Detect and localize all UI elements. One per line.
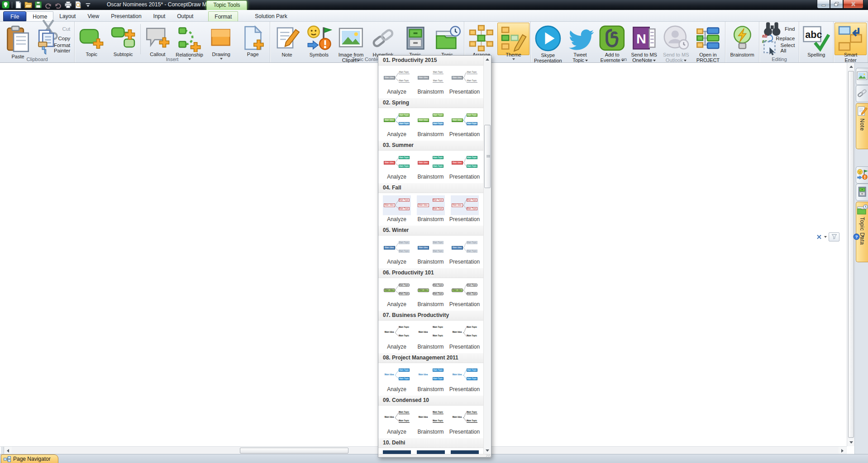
- theme-variant-label: Presentation: [449, 131, 480, 137]
- theme-option-09-condensed-10-analyze[interactable]: Main IdeaMain TopicMain Topic: [383, 408, 411, 428]
- theme-variant-label: Presentation: [449, 174, 480, 180]
- theme-section-08-project-management-2011: 08. Project Management 2011Main IdeaMain…: [378, 353, 483, 396]
- theme-option-07-business-productivity-presentation[interactable]: Main IdeaMain TopicMain Topic: [451, 323, 479, 343]
- theme-option-03-summer-analyze[interactable]: Main IdeaMain TopicMain Topic: [383, 153, 411, 173]
- theme-option-06-productivity-101-presentation[interactable]: Main IdeaMain TopicMain Topic: [451, 280, 479, 300]
- ribbon-button-tweet-topic[interactable]: Tweet Topic: [564, 23, 596, 55]
- theme-option-10-delhi-analyze[interactable]: Main IdeaMain TopicMain Topic: [383, 450, 411, 454]
- theme-section-header: 08. Project Management 2011: [378, 353, 483, 363]
- theme-option-10-delhi-brainstorm[interactable]: Main IdeaMain TopicMain Topic: [417, 450, 445, 454]
- ribbon-button-symbols[interactable]: Symbols: [303, 23, 335, 55]
- theme-option-04-fall-presentation[interactable]: Main IdeaMain TopicMain Topic: [451, 195, 479, 215]
- theme-menu-resize-bar[interactable]: [378, 454, 491, 457]
- close-button[interactable]: [843, 0, 863, 9]
- ribbon-button-send-to-ms-onenote[interactable]: NSend to MS OneNote: [628, 23, 660, 55]
- open-icon[interactable]: [24, 1, 32, 9]
- button-label: Find: [785, 26, 795, 32]
- scroll-left-arrow[interactable]: [4, 447, 12, 454]
- save-icon[interactable]: [34, 1, 42, 9]
- theme-option-05-winter-presentation[interactable]: Main IdeaMain TopicMain Topic: [451, 238, 479, 258]
- new-document-icon[interactable]: [14, 1, 22, 9]
- tab-solution-park[interactable]: Solution Park: [249, 11, 293, 21]
- page-navigator-tab[interactable]: Page Navigator: [1, 454, 58, 463]
- theme-menu-scroll-thumb[interactable]: [484, 125, 491, 188]
- ribbon-button-topic-data[interactable]: Topic Data: [431, 23, 463, 55]
- tab-view[interactable]: View: [81, 11, 105, 21]
- undo-icon[interactable]: [44, 1, 52, 9]
- ribbon-button-brainstorm[interactable]: Brainstorm: [726, 23, 758, 55]
- close-map-icon[interactable]: [816, 234, 822, 240]
- theme-option-01-productivity-2015-analyze[interactable]: Main IdeaMain TopicMain Topic: [383, 68, 411, 88]
- theme-option-09-condensed-10-brainstorm[interactable]: Main IdeaMain TopicMain Topic: [417, 408, 445, 428]
- theme-option-01-productivity-2015-brainstorm[interactable]: Main IdeaMain TopicMain Topic: [417, 68, 445, 88]
- theme-option-08-project-management-2011-presentation[interactable]: Main IdeaMain TopicMain Topic: [451, 365, 479, 385]
- help-icon[interactable]: ?: [853, 233, 860, 240]
- theme-option-10-delhi-presentation[interactable]: Main IdeaMain TopicMain Topic: [451, 450, 479, 454]
- restore-button[interactable]: [830, 0, 843, 9]
- print-icon[interactable]: [64, 1, 72, 9]
- theme-section-header: 09. Condensed 10: [378, 396, 483, 406]
- ribbon-button-topic-types[interactable]: Topic Types: [399, 23, 431, 55]
- ribbon-button-format-painter[interactable]: Format Painter: [35, 43, 73, 52]
- ribbon-button-skype-presentation[interactable]: Skype Presentation: [532, 23, 564, 55]
- theme-variant-label: Presentation: [449, 259, 480, 265]
- ribbon-button-image-from-clipart[interactable]: Image from Clipart: [335, 23, 367, 55]
- theme-option-05-winter-analyze[interactable]: Main IdeaMain TopicMain Topic: [383, 238, 411, 258]
- mini-main-idea-box: Main Idea: [418, 161, 429, 165]
- theme-menu-scroll-up[interactable]: [484, 56, 491, 63]
- theme-option-03-summer-presentation[interactable]: Main IdeaMain TopicMain Topic: [451, 153, 479, 173]
- filter-button[interactable]: [829, 232, 839, 241]
- theme-option-04-fall-analyze[interactable]: Main IdeaMain TopicMain Topic: [383, 195, 411, 215]
- theme-option-05-winter-brainstorm[interactable]: Main IdeaMain TopicMain Topic: [417, 238, 445, 258]
- ribbon-button-relationship[interactable]: Relationship: [173, 23, 205, 55]
- ribbon-button-arrange[interactable]: Arrange: [465, 23, 497, 55]
- ribbon-button-paste[interactable]: Paste: [1, 23, 35, 55]
- theme-option-08-project-management-2011-brainstorm[interactable]: Main IdeaMain TopicMain Topic: [417, 365, 445, 385]
- redo-icon[interactable]: [54, 1, 62, 9]
- help-dropdown-icon[interactable]: [862, 236, 864, 238]
- ribbon-button-select-all[interactable]: Select All: [760, 43, 798, 52]
- theme-option-01-productivity-2015-presentation[interactable]: Main IdeaMain TopicMain Topic: [451, 68, 479, 88]
- theme-option-03-summer-brainstorm[interactable]: Main IdeaMain TopicMain Topic: [417, 153, 445, 173]
- pane-splitter[interactable]: [0, 447, 4, 454]
- minimize-button[interactable]: [817, 0, 830, 9]
- theme-option-04-fall-brainstorm[interactable]: Main IdeaMain TopicMain Topic: [417, 195, 445, 215]
- ribbon-button-open-in-project[interactable]: Open in PROJECT: [692, 23, 724, 55]
- theme-option-02-spring-brainstorm[interactable]: Main IdeaMain TopicMain Topic: [417, 110, 445, 130]
- ribbon-button-drawing[interactable]: Drawing: [205, 23, 237, 55]
- theme-option-08-project-management-2011-analyze[interactable]: Main IdeaMain TopicMain Topic: [383, 365, 411, 385]
- tab-output[interactable]: Output: [171, 11, 199, 21]
- ribbon-button-find[interactable]: Find: [760, 24, 798, 33]
- tab-format[interactable]: Format: [208, 11, 238, 21]
- topic-tools-contextual-header: Topic Tools: [206, 0, 247, 10]
- close-map-dropdown-icon[interactable]: [824, 236, 827, 238]
- theme-option-07-business-productivity-analyze[interactable]: Main IdeaMain TopicMain Topic: [383, 323, 411, 343]
- ribbon-button-subtopic[interactable]: Subtopic: [107, 23, 139, 55]
- ribbon-button-callout[interactable]: Callout: [142, 23, 173, 55]
- theme-option-07-business-productivity-brainstorm[interactable]: Main IdeaMain TopicMain Topic: [417, 323, 445, 343]
- toolbar-options-icon[interactable]: [84, 1, 92, 9]
- tab-file[interactable]: File: [3, 11, 26, 21]
- theme-menu-scroll-down[interactable]: [484, 447, 491, 454]
- resize-grip-icon: [486, 454, 491, 457]
- ribbon-button-theme[interactable]: Theme: [497, 23, 529, 55]
- theme-option-02-spring-analyze[interactable]: Main IdeaMain TopicMain Topic: [383, 110, 411, 130]
- ribbon-button-page[interactable]: Page: [237, 23, 269, 55]
- tab-input[interactable]: Input: [148, 11, 172, 21]
- theme-menu-scrollbar[interactable]: [483, 56, 491, 454]
- ribbon-button-hyperlink[interactable]: Hyperlink: [367, 23, 399, 55]
- mini-main-topic-box: Main Topic: [433, 250, 444, 253]
- print-preview-icon[interactable]: [74, 1, 82, 9]
- ribbon-button-topic[interactable]: Topic: [76, 23, 107, 55]
- ribbon-button-note[interactable]: Note: [271, 23, 303, 55]
- theme-option-06-productivity-101-analyze[interactable]: Main IdeaMain TopicMain Topic: [383, 280, 411, 300]
- theme-option-06-productivity-101-brainstorm[interactable]: Main IdeaMain TopicMain Topic: [417, 280, 445, 300]
- ribbon-button-send-to-ms-outlook[interactable]: Send to MS Outlook: [660, 23, 692, 55]
- tab-presentation[interactable]: Presentation: [105, 11, 147, 21]
- theme-option-09-condensed-10-presentation[interactable]: Main IdeaMain TopicMain Topic: [451, 408, 479, 428]
- horizontal-scroll-thumb[interactable]: [240, 448, 348, 454]
- page-icon: [239, 24, 267, 52]
- ribbon-button-add-to-evernote[interactable]: Add to Evernote: [596, 23, 628, 55]
- theme-option-02-spring-presentation[interactable]: Main IdeaMain TopicMain Topic: [451, 110, 479, 130]
- theme-option-cell: Main IdeaMain TopicMain TopicPresentatio…: [448, 448, 482, 454]
